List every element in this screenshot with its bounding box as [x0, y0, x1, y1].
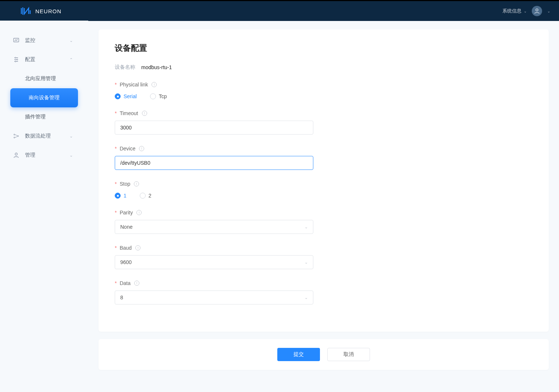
chevron-down-icon[interactable]: ⌄	[547, 9, 550, 13]
chevron-down-icon: ⌄	[70, 38, 73, 43]
field-label: Baud	[120, 245, 132, 251]
radio-stop-2[interactable]: 2	[140, 193, 152, 199]
action-bar: 提交 取消	[99, 339, 549, 370]
avatar[interactable]	[532, 6, 542, 16]
svg-point-2	[15, 57, 16, 58]
sidebar-item-stream[interactable]: 数据流处理 ⌄	[0, 126, 88, 146]
field-parity: * Parity ! None ⌄	[115, 210, 533, 234]
device-name-value: modbus-rtu-1	[141, 64, 172, 70]
svg-point-4	[15, 61, 16, 62]
field-timeout: * Timeout !	[115, 110, 533, 135]
svg-point-0	[536, 9, 538, 11]
chevron-up-icon: ⌃	[70, 57, 73, 62]
radio-dot-icon	[150, 93, 156, 99]
svg-point-6	[14, 137, 15, 138]
svg-point-3	[17, 59, 18, 60]
sidebar-item-south-devices[interactable]: 南向设备管理	[10, 88, 78, 107]
required-mark: *	[115, 245, 117, 251]
system-info-dropdown[interactable]: 系统信息 ⌄	[502, 8, 527, 14]
radio-label: Tcp	[159, 93, 167, 99]
radio-dot-icon	[115, 193, 121, 199]
radio-label: Serial	[124, 93, 137, 99]
info-icon[interactable]: !	[152, 82, 157, 87]
required-mark: *	[115, 280, 117, 286]
sidebar-item-label: 南向设备管理	[29, 95, 60, 101]
main-content: 设备配置 设备名称 modbus-rtu-1 * Physical link !…	[88, 21, 559, 392]
sliders-icon	[13, 57, 19, 63]
info-icon[interactable]: !	[134, 281, 139, 286]
info-icon[interactable]: !	[139, 146, 144, 151]
chevron-down-icon: ⌄	[524, 9, 527, 13]
radio-dot-icon	[115, 93, 121, 99]
device-name-row: 设备名称 modbus-rtu-1	[115, 64, 533, 71]
field-label: Device	[120, 146, 135, 152]
field-physical-link: * Physical link ! Serial Tcp	[115, 82, 533, 99]
sidebar-item-label: 配置	[25, 56, 35, 63]
sidebar-item-config[interactable]: 配置 ⌃	[0, 50, 88, 69]
radio-serial[interactable]: Serial	[115, 93, 137, 99]
radio-tcp[interactable]: Tcp	[150, 93, 167, 99]
svg-point-7	[18, 136, 19, 137]
info-icon[interactable]: !	[134, 181, 139, 186]
field-label: Timeout	[120, 110, 138, 116]
sidebar-item-label: 管理	[25, 152, 35, 158]
select-value: 8	[120, 295, 123, 300]
field-label: Physical link	[120, 82, 148, 88]
info-icon[interactable]: !	[142, 111, 147, 116]
user-icon	[534, 8, 540, 14]
device-input[interactable]	[115, 156, 313, 170]
select-value: 9600	[120, 259, 132, 265]
chevron-down-icon: ⌄	[305, 260, 308, 265]
sidebar-item-label: 插件管理	[25, 114, 46, 120]
data-select[interactable]: 8 ⌄	[115, 291, 313, 304]
neuron-logo-icon	[21, 7, 32, 15]
required-mark: *	[115, 82, 117, 88]
required-mark: *	[115, 146, 117, 152]
sidebar-item-label: 北向应用管理	[25, 75, 56, 82]
parity-select[interactable]: None ⌄	[115, 220, 313, 234]
field-stop: * Stop ! 1 2	[115, 181, 533, 199]
system-info-label: 系统信息	[502, 8, 521, 14]
sidebar: 监控 ⌄ 配置 ⌃ 北向应用管理 南向设备管理 插件管理 数据流处理 ⌄	[0, 21, 88, 392]
info-icon[interactable]: !	[135, 245, 140, 250]
device-name-label: 设备名称	[115, 64, 135, 71]
sidebar-item-manage[interactable]: 管理 ⌄	[0, 146, 88, 165]
field-device: * Device !	[115, 146, 533, 170]
field-label: Data	[120, 280, 131, 286]
chevron-down-icon: ⌄	[70, 134, 73, 139]
page-title: 设备配置	[115, 43, 533, 54]
sidebar-item-label: 数据流处理	[25, 133, 51, 139]
baud-select[interactable]: 9600 ⌄	[115, 255, 313, 269]
field-baud: * Baud ! 9600 ⌄	[115, 245, 533, 269]
cancel-button[interactable]: 取消	[327, 348, 370, 361]
submit-button[interactable]: 提交	[277, 348, 320, 361]
brand-logo: NEURON	[21, 7, 61, 15]
user-icon	[13, 152, 19, 158]
sidebar-item-plugins[interactable]: 插件管理	[0, 107, 88, 126]
chevron-down-icon: ⌄	[70, 153, 73, 158]
brand-name: NEURON	[35, 8, 61, 14]
required-mark: *	[115, 210, 117, 215]
flow-icon	[13, 133, 19, 139]
radio-stop-1[interactable]: 1	[115, 193, 127, 199]
info-icon[interactable]: !	[136, 210, 142, 215]
radio-dot-icon	[140, 193, 146, 199]
svg-point-5	[14, 134, 15, 135]
chevron-down-icon: ⌄	[305, 295, 308, 300]
field-label: Parity	[120, 210, 133, 215]
sidebar-item-monitor[interactable]: 监控 ⌄	[0, 31, 88, 50]
svg-point-8	[15, 153, 17, 155]
sidebar-item-north-apps[interactable]: 北向应用管理	[0, 69, 88, 88]
device-config-card: 设备配置 设备名称 modbus-rtu-1 * Physical link !…	[99, 29, 549, 332]
field-data: * Data ! 8 ⌄	[115, 280, 533, 304]
field-label: Stop	[120, 181, 130, 187]
chevron-down-icon: ⌄	[305, 225, 308, 229]
radio-label: 2	[149, 193, 152, 199]
select-value: None	[120, 224, 132, 230]
timeout-input[interactable]	[115, 121, 313, 135]
monitor-icon	[13, 38, 19, 43]
sidebar-item-label: 监控	[25, 37, 35, 44]
radio-label: 1	[124, 193, 127, 199]
required-mark: *	[115, 181, 117, 187]
required-mark: *	[115, 110, 117, 116]
